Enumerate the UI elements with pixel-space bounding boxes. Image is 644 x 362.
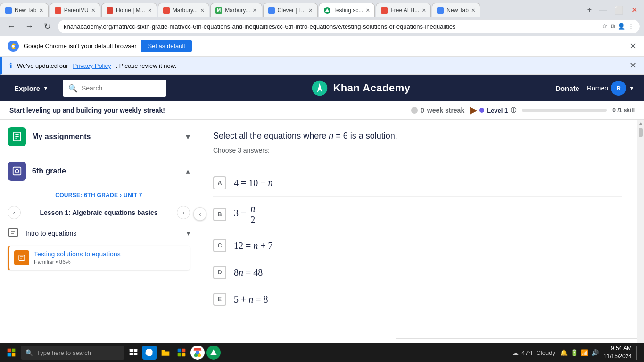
answer-option-e[interactable]: E 5 + n = 8 — [213, 286, 622, 313]
taskbar-datetime[interactable]: 9:54 AM 11/15/2024 — [603, 345, 632, 361]
profile-icon[interactable]: 👤 — [618, 23, 625, 30]
lesson-item-title: Intro to equations — [25, 230, 76, 237]
url-icons: ☆ ⧉ 👤 ⋮ — [602, 23, 634, 30]
privacy-notif-close-icon[interactable]: ✕ — [629, 60, 636, 71]
answer-option-b[interactable]: B 3 = n 2 — [213, 197, 622, 232]
chrome-icon[interactable] — [190, 346, 205, 360]
svg-rect-22 — [130, 353, 133, 355]
teams-icon[interactable] — [206, 346, 221, 360]
svg-rect-20 — [130, 349, 133, 352]
minimize-button[interactable]: — — [596, 5, 610, 15]
store-icon[interactable] — [174, 346, 189, 360]
menu-icon[interactable]: ⋮ — [628, 23, 634, 30]
svg-rect-26 — [178, 353, 182, 357]
svg-point-9 — [15, 169, 18, 173]
bookmark-icon[interactable]: ☆ — [602, 23, 608, 30]
tab-close-icon[interactable]: × — [253, 7, 256, 14]
tab-favicon — [55, 7, 61, 14]
right-scrollbar[interactable]: ▲ ▼ — [637, 120, 644, 362]
streak-value: 0 — [421, 107, 424, 114]
address-bar: ← → ↻ khanacademy.org/math/cc-sixth-grad… — [0, 17, 644, 36]
grade-content: COURSE: 6TH GRADE › UNIT 7 ‹ Lesson 1: A… — [0, 188, 198, 276]
reload-button[interactable]: ↻ — [40, 19, 55, 34]
show-desktop-button[interactable] — [636, 346, 640, 360]
grade-chevron-icon: ▴ — [186, 166, 190, 176]
notification-icon[interactable]: 🔔 — [560, 349, 568, 356]
edge-icon[interactable] — [142, 346, 157, 360]
svg-point-1 — [12, 45, 15, 48]
assignments-header[interactable]: My assignments ▾ — [0, 120, 198, 154]
tab-close-icon[interactable]: × — [91, 7, 95, 14]
fraction-b: n 2 — [248, 203, 257, 225]
tab-close-icon[interactable]: × — [471, 7, 475, 14]
answer-option-a[interactable]: A 4 = 10 − n — [213, 170, 622, 197]
battery-icon: 🔋 — [570, 349, 578, 356]
new-tab-button[interactable]: + — [585, 5, 594, 15]
user-menu[interactable]: Romeo R ▼ — [587, 81, 635, 96]
tab-favicon — [163, 7, 170, 14]
taskbar-search[interactable]: 🔍 Type here to search — [21, 346, 124, 360]
streak-bar: Start leveling up and building your week… — [0, 101, 644, 120]
tab-close-icon[interactable]: × — [309, 7, 313, 14]
sidebar: My assignments ▾ 6th grade ▴ COURSE: 6TH… — [0, 120, 198, 362]
search-box[interactable]: 🔍 — [63, 80, 166, 97]
tab-parentvu[interactable]: ParentVU × — [50, 3, 100, 17]
tab-marbury-2[interactable]: M Marbury... × — [210, 3, 262, 17]
lesson-item-icon — [8, 227, 21, 240]
lesson-item-intro: Intro to equations ▾ — [8, 223, 190, 244]
tab-close-icon[interactable]: × — [39, 7, 43, 14]
forward-button[interactable]: → — [22, 19, 37, 34]
exercise-title[interactable]: Testing solutions to equations — [34, 250, 185, 258]
file-explorer-icon[interactable] — [158, 346, 173, 360]
donate-button[interactable]: Donate — [555, 84, 579, 92]
answer-option-d[interactable]: D 8n = 48 — [213, 259, 622, 286]
level-info: ▶ Level 1 ⓘ — [470, 105, 516, 115]
svg-rect-23 — [134, 353, 138, 355]
exercise-item[interactable]: Testing solutions to equations Familiar … — [8, 246, 190, 270]
close-button[interactable]: ✕ — [628, 5, 640, 16]
back-button[interactable]: ← — [4, 19, 19, 34]
tab-marbury-1[interactable]: Marbury... × — [158, 3, 209, 17]
sidebar-toggle-button[interactable]: ‹ — [193, 207, 206, 221]
tab-new-tab-2[interactable]: New Tab × — [432, 3, 480, 17]
maximize-button[interactable]: ⬜ — [611, 5, 627, 16]
privacy-policy-link[interactable]: Privacy Policy — [73, 62, 111, 69]
lesson-next-button[interactable]: › — [177, 206, 190, 219]
chrome-notif-close-icon[interactable]: ✕ — [629, 41, 636, 51]
tab-close-icon[interactable]: × — [422, 7, 426, 14]
url-box[interactable]: khanacademy.org/math/cc-sixth-grade-math… — [58, 19, 640, 33]
lesson-prev-button[interactable]: ‹ — [8, 206, 21, 219]
extensions-icon[interactable]: ⧉ — [611, 23, 615, 30]
grade-header[interactable]: 6th grade ▴ — [0, 154, 198, 188]
tab-bar: New Tab × ParentVU × Home | M... × Marbu… — [0, 0, 644, 17]
answer-option-c[interactable]: C 12 = n + 7 — [213, 232, 622, 259]
lesson-nav: ‹ Lesson 1: Algebraic equations basics › — [8, 202, 190, 223]
problem-instruction: Choose 3 answers: — [213, 147, 622, 162]
tab-label: New Tab — [15, 7, 36, 14]
tab-free-ai[interactable]: Free AI H... × — [376, 3, 431, 17]
explore-button[interactable]: Explore ▼ — [9, 81, 53, 96]
ka-logo-icon — [311, 80, 328, 97]
tab-home[interactable]: Home | M... × — [101, 3, 157, 17]
tab-close-active-icon[interactable]: × — [366, 7, 370, 14]
task-view-button[interactable] — [126, 346, 140, 360]
tab-new-tab-1[interactable]: New Tab × — [0, 3, 49, 17]
tab-close-icon[interactable]: × — [148, 7, 152, 14]
taskbar-search-placeholder: Type here to search — [37, 349, 91, 356]
tab-testing-active[interactable]: Testing sc... × — [319, 3, 375, 17]
tab-clever[interactable]: Clever | T... × — [263, 3, 318, 17]
level-info-icon[interactable]: ⓘ — [511, 107, 516, 115]
scroll-up-icon[interactable]: ▲ — [638, 121, 643, 126]
exercise-info: Testing solutions to equations Familiar … — [34, 250, 185, 265]
search-input[interactable] — [82, 84, 164, 92]
scroll-thumb[interactable] — [639, 128, 643, 137]
grade-title: 6th grade — [32, 167, 180, 175]
level-arrow-icon: ▶ — [470, 105, 477, 115]
start-button[interactable] — [4, 345, 19, 360]
tab-close-icon[interactable]: × — [200, 7, 204, 14]
set-default-button[interactable]: Set as default — [141, 40, 192, 52]
taskbar-time-value: 9:54 AM — [603, 345, 632, 353]
streak-right: 0 week streak ▶ Level 1 ⓘ 0 /1 skill — [411, 105, 635, 115]
browser-frame: New Tab × ParentVU × Home | M... × Marbu… — [0, 0, 644, 362]
expand-icon[interactable]: ▾ — [187, 230, 190, 237]
